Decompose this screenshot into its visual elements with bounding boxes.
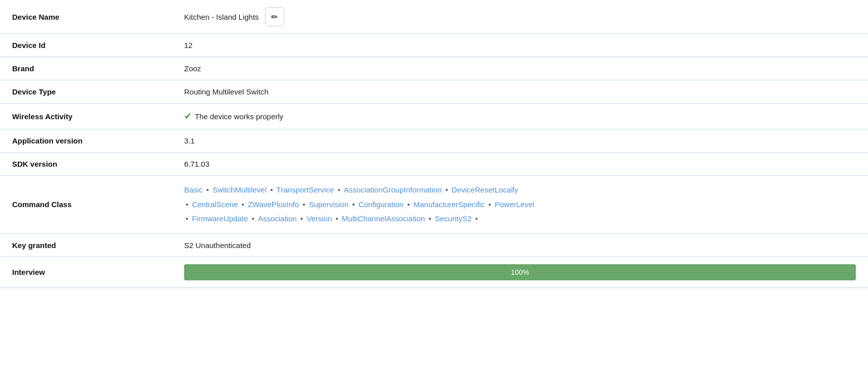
label-key-granted: Key granted bbox=[0, 233, 172, 257]
command-class-link-version[interactable]: Version bbox=[307, 214, 332, 223]
value-command-class: Basic • SwitchMultilevel • TransportServ… bbox=[172, 176, 868, 234]
row-wireless-activity: Wireless Activity✔The device works prope… bbox=[0, 104, 868, 129]
command-class-link-switchmultilevel[interactable]: SwitchMultilevel bbox=[212, 185, 267, 194]
command-class-link-deviceresetlocally[interactable]: DeviceResetLocally bbox=[452, 185, 518, 194]
row-app-version: Application version3.1 bbox=[0, 129, 868, 153]
command-class-link-supervision[interactable]: Supervision bbox=[309, 200, 349, 209]
wireless-activity-text: The device works properly bbox=[195, 112, 283, 121]
edit-device-name-button[interactable]: ✏ bbox=[265, 7, 284, 26]
row-device-type: Device TypeRouting Multilevel Switch bbox=[0, 80, 868, 104]
trailing-dot: • bbox=[473, 214, 478, 223]
command-class-link-securitys2[interactable]: SecurityS2 bbox=[435, 214, 472, 223]
label-brand: Brand bbox=[0, 57, 172, 80]
dot-separator: • bbox=[486, 200, 493, 209]
dot-separator: • bbox=[300, 200, 308, 209]
dot-separator: • bbox=[186, 200, 188, 209]
label-wireless-activity: Wireless Activity bbox=[0, 104, 172, 129]
command-class-list: Basic • SwitchMultilevel • TransportServ… bbox=[184, 183, 856, 226]
row-key-granted: Key grantedS2 Unauthenticated bbox=[0, 233, 868, 257]
command-class-link-association[interactable]: Association bbox=[258, 214, 297, 223]
label-device-name: Device Name bbox=[0, 0, 172, 34]
command-class-link-powerlevel[interactable]: PowerLevel bbox=[495, 200, 534, 209]
value-device-id: 12 bbox=[172, 34, 868, 57]
wireless-activity-wrapper: ✔The device works properly bbox=[184, 111, 856, 122]
device-name-text: Kitchen - Island Lights bbox=[184, 13, 259, 21]
dot-separator: • bbox=[335, 185, 342, 194]
pencil-icon: ✏ bbox=[271, 12, 278, 22]
dot-separator: • bbox=[186, 214, 188, 223]
dot-separator: • bbox=[333, 214, 340, 223]
command-class-link-centralscene[interactable]: CentralScene bbox=[192, 200, 238, 209]
device-name-wrapper: Kitchen - Island Lights✏ bbox=[184, 7, 856, 26]
value-wireless-activity: ✔The device works properly bbox=[172, 104, 868, 129]
interview-progress-bar: 100% bbox=[184, 264, 856, 280]
command-class-link-multichannelassociation[interactable]: MultiChannelAssociation bbox=[342, 214, 425, 223]
row-device-name: Device NameKitchen - Island Lights✏ bbox=[0, 0, 868, 34]
value-interview: 100% bbox=[172, 257, 868, 287]
row-sdk-version: SDK version6.71.03 bbox=[0, 153, 868, 176]
dot-separator: • bbox=[249, 214, 256, 223]
value-device-name: Kitchen - Island Lights✏ bbox=[172, 0, 868, 34]
command-class-link-zwaveplusinfo[interactable]: ZWavePlusInfo bbox=[248, 200, 299, 209]
command-class-link-configuration[interactable]: Configuration bbox=[359, 200, 404, 209]
dot-separator: • bbox=[350, 200, 357, 209]
command-class-link-transportservice[interactable]: TransportService bbox=[277, 185, 334, 194]
dot-separator: • bbox=[298, 214, 306, 223]
row-brand: BrandZooz bbox=[0, 57, 868, 80]
device-info-table: Device NameKitchen - Island Lights✏Devic… bbox=[0, 0, 868, 288]
label-interview: Interview bbox=[0, 257, 172, 287]
command-class-link-firmwareupdate[interactable]: FirmwareUpdate bbox=[192, 214, 248, 223]
interview-progress-fill: 100% bbox=[184, 264, 856, 280]
value-device-type: Routing Multilevel Switch bbox=[172, 80, 868, 104]
dot-separator: • bbox=[405, 200, 412, 209]
dot-separator: • bbox=[426, 214, 433, 223]
row-device-id: Device Id12 bbox=[0, 34, 868, 57]
dot-separator: • bbox=[268, 185, 275, 194]
value-sdk-version: 6.71.03 bbox=[172, 153, 868, 176]
value-brand: Zooz bbox=[172, 57, 868, 80]
command-class-link-manufacturerspecific[interactable]: ManufacturerSpecific bbox=[413, 200, 485, 209]
value-app-version: 3.1 bbox=[172, 129, 868, 153]
row-interview: Interview100% bbox=[0, 257, 868, 287]
dot-separator: • bbox=[443, 185, 450, 194]
dot-separator: • bbox=[239, 200, 246, 209]
label-sdk-version: SDK version bbox=[0, 153, 172, 176]
value-key-granted: S2 Unauthenticated bbox=[172, 233, 868, 257]
command-class-link-basic[interactable]: Basic bbox=[184, 185, 203, 194]
label-device-type: Device Type bbox=[0, 80, 172, 104]
command-class-link-associationgroupinformation[interactable]: AssociationGroupInformation bbox=[344, 185, 442, 194]
label-command-class: Command Class bbox=[0, 176, 172, 234]
row-command-class: Command ClassBasic • SwitchMultilevel • … bbox=[0, 176, 868, 234]
label-device-id: Device Id bbox=[0, 34, 172, 57]
dot-separator: • bbox=[204, 185, 211, 194]
label-app-version: Application version bbox=[0, 129, 172, 153]
checkmark-icon: ✔ bbox=[184, 111, 192, 122]
